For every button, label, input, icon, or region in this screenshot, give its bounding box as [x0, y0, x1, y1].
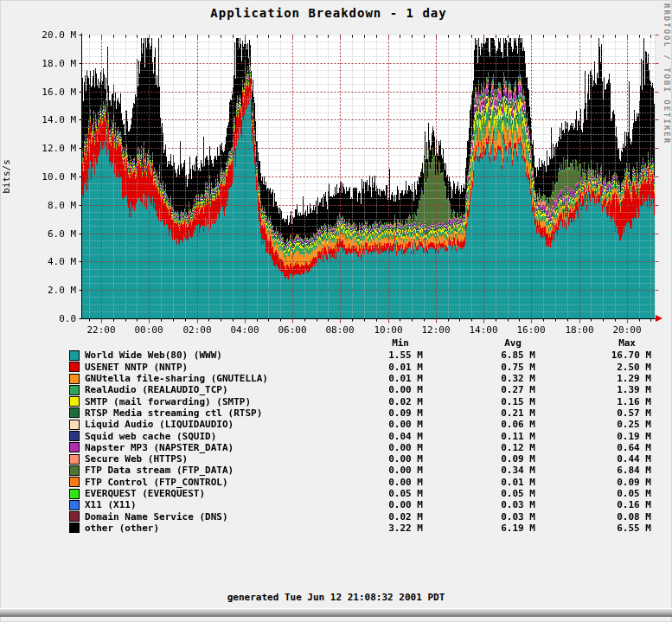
- legend-row-ftp_control: FTP Control (FTP_CONTROL)0.00 M0.01 M0.0…: [0, 477, 672, 488]
- value-min: 0.00 M: [344, 477, 423, 488]
- value-min: 0.00 M: [344, 384, 423, 395]
- value-avg: 0.06 M: [423, 419, 535, 430]
- legend-row-gnutella: GNUtella file-sharing (GNUTELLA)0.01 M0.…: [0, 373, 672, 384]
- legend-swatch-smtp: [69, 396, 80, 407]
- value-avg: 0.27 M: [423, 384, 535, 395]
- value-max: 0.16 M: [535, 499, 651, 510]
- value-max: 0.57 M: [535, 407, 651, 419]
- traffic-graph-page: Application Breakdown - 1 day RRDTOOL / …: [0, 0, 672, 622]
- legend-row-www: World Wide Web(80) (WWW)1.55 M6.85 M16.7…: [0, 349, 672, 361]
- value-avg: 0.05 M: [423, 488, 535, 499]
- legend-swatch-liquidaudio: [69, 420, 80, 430]
- legend-label: SMTP (mail forwarding) (SMTP): [85, 396, 344, 407]
- legend-label: FTP Data stream (FTP_DATA): [85, 465, 344, 476]
- legend-row-realaudio_tcp: RealAudio (REALAUDIO_TCP)0.00 M0.27 M1.3…: [0, 384, 672, 395]
- value-avg: 6.19 M: [423, 523, 535, 534]
- legend-row-dns: Domain Name Service (DNS)0.02 M0.03 M0.0…: [0, 510, 672, 522]
- value-max: 0.44 M: [535, 453, 651, 465]
- value-max: 16.70 M: [535, 349, 651, 361]
- legend-label: EVERQUEST (EVERQUEST): [85, 488, 344, 499]
- column-header-avg: Avg: [423, 337, 535, 349]
- legend-swatch-realaudio_tcp: [69, 385, 80, 395]
- legend-row-squid: Squid web cache (SQUID)0.04 M0.11 M0.19 …: [0, 430, 672, 441]
- legend-swatch-dns: [69, 511, 80, 522]
- legend-swatch-other: [69, 523, 80, 533]
- legend-label: USENET NNTP (NNTP): [85, 362, 344, 373]
- legend-swatch-everquest: [69, 489, 80, 499]
- value-avg: 0.03 M: [423, 511, 535, 523]
- legend-swatch-ftp_control: [69, 477, 80, 487]
- legend-swatch-www: [69, 350, 80, 361]
- value-max: 1.39 M: [535, 384, 651, 395]
- value-avg: 0.34 M: [423, 465, 535, 476]
- legend-label: FTP Control (FTP_CONTROL): [85, 477, 344, 488]
- legend-swatch-rtsp: [69, 407, 80, 418]
- value-min: 3.22 M: [344, 523, 423, 534]
- legend-swatch-squid: [69, 431, 80, 441]
- legend-row-napster_data: Napster MP3 (NAPSTER_DATA)0.00 M0.12 M0.…: [0, 442, 672, 453]
- legend-row-https: Secure Web (HTTPS)0.00 M0.09 M0.44 M: [0, 453, 672, 465]
- legend-label: Liquid Audio (LIQUIDAUDIO): [85, 419, 344, 430]
- legend-label: Napster MP3 (NAPSTER_DATA): [85, 442, 344, 453]
- value-max: 0.64 M: [535, 442, 651, 453]
- legend-swatch-nntp: [69, 362, 80, 372]
- legend-label: RTSP Media streaming ctl (RTSP): [85, 407, 344, 419]
- value-min: 0.02 M: [344, 396, 423, 407]
- value-max: 6.84 M: [535, 465, 651, 476]
- value-min: 0.00 M: [344, 442, 423, 453]
- legend-label: RealAudio (REALAUDIO_TCP): [85, 384, 344, 395]
- legend-rows: World Wide Web(80) (WWW)1.55 M6.85 M16.7…: [0, 349, 672, 534]
- legend-swatch-x11: [69, 500, 80, 510]
- legend-label: GNUtella file-sharing (GNUTELLA): [85, 373, 344, 384]
- value-min: 0.04 M: [344, 431, 423, 442]
- value-avg: 0.09 M: [423, 453, 535, 465]
- legend-label: Squid web cache (SQUID): [85, 431, 344, 442]
- value-min: 0.01 M: [344, 373, 423, 384]
- value-min: 0.09 M: [344, 407, 423, 419]
- value-max: 0.05 M: [535, 488, 651, 499]
- bottom-divider-bar: [0, 608, 672, 617]
- value-min: 0.02 M: [344, 511, 423, 523]
- application-breakdown-chart: [0, 0, 672, 339]
- column-header-min: Min: [344, 337, 423, 349]
- legend-label: World Wide Web(80) (WWW): [85, 349, 344, 361]
- legend-swatch-gnutella: [69, 374, 80, 384]
- value-max: 1.16 M: [535, 396, 651, 407]
- value-min: 1.55 M: [344, 349, 423, 361]
- legend-row-nntp: USENET NNTP (NNTP)0.01 M0.75 M2.50 M: [0, 362, 672, 373]
- value-min: 0.00 M: [344, 453, 423, 465]
- legend-row-liquidaudio: Liquid Audio (LIQUIDAUDIO)0.00 M0.06 M0.…: [0, 419, 672, 430]
- value-min: 0.01 M: [344, 362, 423, 373]
- value-max: 0.25 M: [535, 419, 651, 430]
- legend-label: other (other): [85, 523, 344, 534]
- value-avg: 0.11 M: [423, 431, 535, 442]
- legend-row-x11: X11 (X11)0.00 M0.03 M0.16 M: [0, 499, 672, 510]
- legend-row-smtp: SMTP (mail forwarding) (SMTP)0.02 M0.15 …: [0, 395, 672, 407]
- legend-table: Min Avg Max World Wide Web(80) (WWW)1.55…: [0, 337, 672, 534]
- legend-label: X11 (X11): [85, 499, 344, 510]
- value-min: 0.00 M: [344, 419, 423, 430]
- value-avg: 0.32 M: [423, 373, 535, 384]
- value-avg: 0.03 M: [423, 499, 535, 510]
- legend-header-row: Min Avg Max: [0, 337, 672, 349]
- value-avg: 0.15 M: [423, 396, 535, 407]
- value-max: 0.08 M: [535, 511, 651, 523]
- value-avg: 0.75 M: [423, 362, 535, 373]
- legend-row-other: other (other)3.22 M6.19 M6.55 M: [0, 523, 672, 534]
- value-min: 0.00 M: [344, 499, 423, 510]
- value-max: 0.09 M: [535, 477, 651, 488]
- legend-row-everquest: EVERQUEST (EVERQUEST)0.05 M0.05 M0.05 M: [0, 488, 672, 499]
- legend-label: Secure Web (HTTPS): [85, 453, 344, 465]
- value-max: 1.29 M: [535, 373, 651, 384]
- legend-swatch-napster_data: [69, 442, 80, 452]
- value-max: 6.55 M: [535, 523, 651, 534]
- value-avg: 6.85 M: [423, 349, 535, 361]
- value-max: 2.50 M: [535, 362, 651, 373]
- legend-label: Domain Name Service (DNS): [85, 511, 344, 523]
- legend-row-ftp_data: FTP Data stream (FTP_DATA)0.00 M0.34 M6.…: [0, 465, 672, 476]
- legend-swatch-https: [69, 454, 80, 465]
- value-avg: 0.21 M: [423, 407, 535, 419]
- value-avg: 0.12 M: [423, 442, 535, 453]
- value-avg: 0.01 M: [423, 477, 535, 488]
- legend-swatch-ftp_data: [69, 465, 80, 476]
